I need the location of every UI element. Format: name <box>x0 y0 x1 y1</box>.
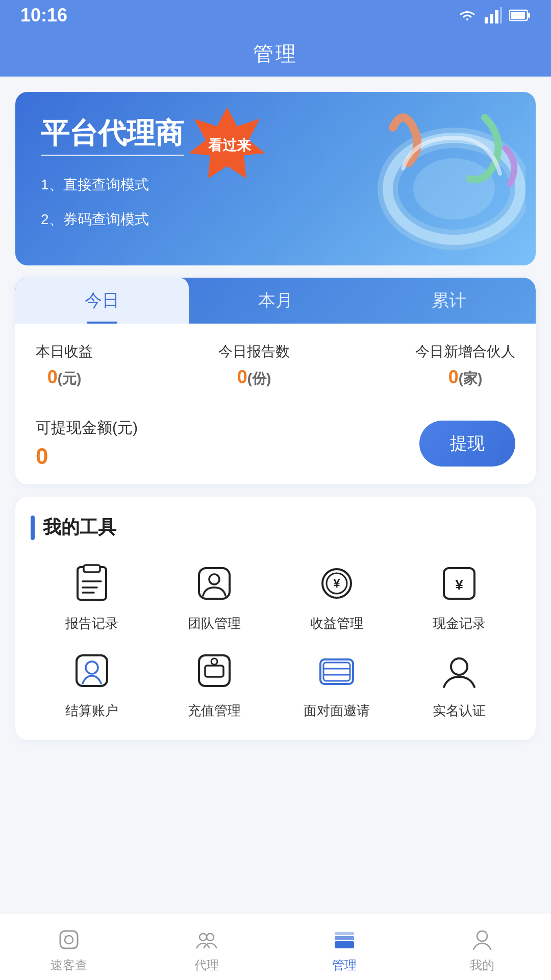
signal-icon <box>485 7 502 23</box>
stat-today-reports-label: 今日报告数 <box>218 342 290 361</box>
withdraw-row: 可提现金额(元) 0 提现 <box>36 403 515 469</box>
banner-badge-star: 看过来 <box>189 107 270 184</box>
banner-badge-label: 看过来 <box>208 136 251 155</box>
tab-month[interactable]: 本月 <box>189 278 362 324</box>
svg-rect-38 <box>335 932 354 935</box>
wifi-icon <box>457 7 478 23</box>
nav-label-agent: 代理 <box>194 957 219 973</box>
stats-content: 本日收益 0(元) 今日报告数 0(份) 今日新增合伙人 0(家) 可提现金额 <box>15 324 536 484</box>
svg-rect-1 <box>490 14 493 23</box>
tool-face-invite[interactable]: 面对面邀请 <box>276 648 398 720</box>
app-header: 管理 <box>0 31 551 77</box>
svg-point-23 <box>86 662 98 674</box>
svg-rect-36 <box>335 941 354 948</box>
tool-icon-cash: ¥ <box>436 560 482 606</box>
tool-label-recharge: 充值管理 <box>188 702 241 720</box>
svg-point-34 <box>199 934 207 941</box>
tool-report-records[interactable]: 报告记录 <box>31 560 153 632</box>
nav-icon-manage <box>331 926 358 953</box>
svg-point-39 <box>477 931 487 941</box>
svg-rect-0 <box>485 17 488 23</box>
svg-point-35 <box>207 934 214 941</box>
nav-icon-mine <box>469 926 495 953</box>
tools-section-title: 我的工具 <box>43 515 116 540</box>
stat-today-income-unit: (元) <box>58 371 82 386</box>
tool-real-name[interactable]: 实名认证 <box>398 648 520 720</box>
svg-point-31 <box>451 658 467 675</box>
tool-cash-records[interactable]: ¥ 现金记录 <box>398 560 520 632</box>
tool-label-report: 报告记录 <box>65 615 118 632</box>
nav-manage[interactable]: 管理 <box>276 921 413 973</box>
tools-header: 我的工具 <box>31 515 520 540</box>
stat-today-partners-unit: (家) <box>459 371 483 386</box>
svg-text:¥: ¥ <box>333 576 340 590</box>
tool-icon-team <box>191 560 237 606</box>
nav-mine[interactable]: 我的 <box>413 921 551 973</box>
svg-text:¥: ¥ <box>455 577 463 593</box>
nav-label-manage: 管理 <box>332 957 357 973</box>
nav-agent[interactable]: 代理 <box>138 921 276 973</box>
stat-today-partners: 今日新增合伙人 0(家) <box>415 342 515 388</box>
stat-today-reports-unit: (份) <box>247 371 271 386</box>
stats-tabs[interactable]: 今日 本月 累计 <box>15 278 536 324</box>
withdraw-label: 可提现金额(元) <box>36 418 138 438</box>
tool-icon-income: ¥ <box>314 560 360 606</box>
nav-label-mine: 我的 <box>470 957 494 973</box>
tool-icon-settlement <box>69 648 115 694</box>
stats-row: 本日收益 0(元) 今日报告数 0(份) 今日新增合伙人 0(家) <box>36 342 515 403</box>
svg-rect-11 <box>84 565 100 572</box>
banner[interactable]: 平台代理商 1、直接查询模式 2、券码查询模式 看过来 <box>15 92 536 265</box>
stats-section: 今日 本月 累计 本日收益 0(元) 今日报告数 0(份) 今日新 <box>15 278 536 484</box>
bottom-nav: 速客查 代理 管理 <box>0 914 551 980</box>
withdraw-button[interactable]: 提现 <box>419 421 515 467</box>
stat-today-reports-value: 0 <box>237 366 247 387</box>
status-bar: 10:16 <box>0 0 551 31</box>
stat-today-income-label: 本日收益 <box>36 342 93 361</box>
banner-desc2: 2、券码查询模式 <box>41 206 510 233</box>
tool-icon-recharge <box>191 648 237 694</box>
stat-today-partners-value: 0 <box>448 366 459 387</box>
tool-icon-face-invite <box>314 648 360 694</box>
svg-rect-22 <box>77 655 107 686</box>
tool-label-team: 团队管理 <box>188 615 241 632</box>
svg-rect-5 <box>528 13 530 18</box>
stat-today-income: 本日收益 0(元) <box>36 342 93 388</box>
banner-content: 平台代理商 1、直接查询模式 2、券码查询模式 <box>15 92 536 265</box>
banner-title: 平台代理商 <box>41 114 184 153</box>
tools-section: 我的工具 报告记录 <box>15 497 536 740</box>
tool-icon-real-name <box>436 648 482 694</box>
tool-recharge-manage[interactable]: 充值管理 <box>153 648 276 720</box>
nav-speed-check[interactable]: 速客查 <box>0 921 138 973</box>
stat-today-income-value: 0 <box>47 366 58 387</box>
withdraw-amount: 0 <box>36 444 138 469</box>
tool-icon-report <box>69 560 115 606</box>
tool-label-cash: 现金记录 <box>433 615 486 632</box>
tool-income-manage[interactable]: ¥ 收益管理 <box>276 560 398 632</box>
stat-today-reports: 今日报告数 0(份) <box>218 342 290 388</box>
withdraw-info: 可提现金额(元) 0 <box>36 418 138 469</box>
tools-grid: 报告记录 团队管理 ¥ 收益管理 <box>31 560 520 720</box>
status-time: 10:16 <box>20 5 67 26</box>
tool-label-face-invite: 面对面邀请 <box>304 702 370 720</box>
nav-icon-agent <box>193 926 220 953</box>
svg-rect-6 <box>511 12 525 19</box>
svg-rect-37 <box>335 936 354 940</box>
tab-today[interactable]: 今日 <box>15 278 189 324</box>
stat-today-partners-label: 今日新增合伙人 <box>415 342 515 361</box>
svg-rect-2 <box>495 10 498 23</box>
banner-desc1: 1、直接查询模式 <box>41 172 510 198</box>
header-title: 管理 <box>253 40 298 68</box>
battery-icon <box>509 8 531 22</box>
tool-label-settlement: 结算账户 <box>65 702 118 720</box>
tool-label-income: 收益管理 <box>310 615 363 632</box>
svg-point-26 <box>211 658 217 665</box>
tool-label-real-name: 实名认证 <box>433 702 486 720</box>
status-icons <box>457 7 531 23</box>
svg-rect-3 <box>500 7 502 23</box>
tool-settlement-account[interactable]: 结算账户 <box>31 648 153 720</box>
nav-label-speed-check: 速客查 <box>51 957 87 973</box>
tab-total[interactable]: 累计 <box>362 278 536 324</box>
svg-rect-28 <box>323 663 350 681</box>
section-accent <box>31 516 35 540</box>
tool-team-manage[interactable]: 团队管理 <box>153 560 276 632</box>
